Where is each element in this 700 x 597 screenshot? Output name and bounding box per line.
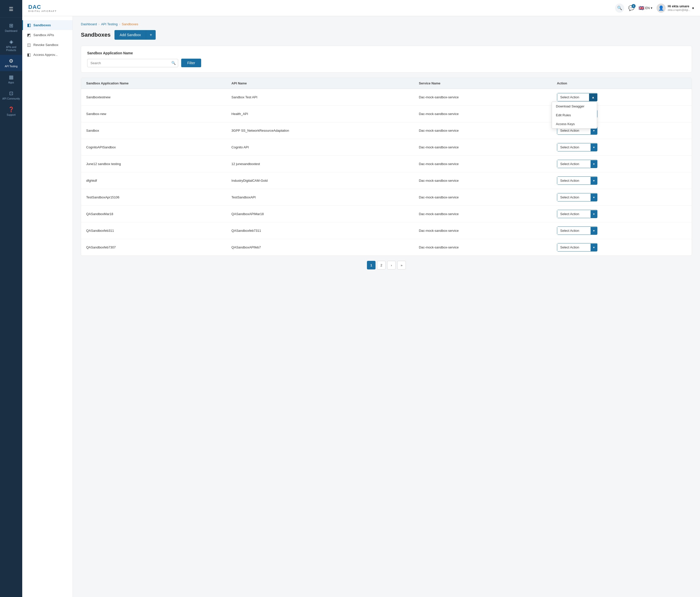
add-sandbox-button[interactable]: Add Sandbox <box>115 30 146 40</box>
user-menu[interactable]: 👤 Hi ekta umare ekta.u+apim@digi... ▾ <box>656 3 694 13</box>
filter-section: Sandbox Application Name 🔍 Filter <box>81 46 692 73</box>
api-community-label: API Community <box>2 97 20 100</box>
select-action-arrow-5[interactable]: ▾ <box>591 160 597 168</box>
select-action-arrow-4[interactable]: ▾ <box>591 144 597 151</box>
select-action-label-5[interactable]: Select Action <box>557 160 591 168</box>
select-action-arrow-8[interactable]: ▾ <box>591 210 597 218</box>
select-action-btn-6: Select Action ▾ <box>557 176 597 185</box>
logo-subtext: DIGITAL APICRAFT <box>28 10 57 13</box>
select-action-arrow-9[interactable]: ▾ <box>591 227 597 234</box>
select-action-arrow-10[interactable]: ▾ <box>591 244 597 251</box>
apps-icon: ▦ <box>9 74 14 80</box>
breadcrumb-sep-2: › <box>119 22 120 26</box>
header-logo: DAC DIGITAL APICRAFT <box>28 4 57 13</box>
table-container: Sandbox Application Name API Name Servic… <box>81 78 692 256</box>
table-row: Sandbox-new Health_API Dac-mock-sandbox-… <box>81 106 692 122</box>
cell-service-name: Dac-mock-sandbox-service <box>414 139 552 156</box>
page-btn-2[interactable]: 2 <box>377 261 385 269</box>
cell-action: Select Action ▾ <box>552 172 692 189</box>
sidebar-item-sandboxes[interactable]: ◧ Sandboxes <box>22 20 73 30</box>
select-action-label-9[interactable]: Select Action <box>557 227 591 234</box>
pagination: 1 2 › » <box>81 256 692 271</box>
notification-button[interactable]: 💬 8 <box>628 5 634 11</box>
cell-action: Select Action ▾ <box>552 206 692 222</box>
sidebar-item-apps[interactable]: ▦ Apps <box>0 71 22 87</box>
dashboard-label: Dashboard <box>5 30 18 33</box>
dropdown-item-edit-rules[interactable]: Edit Rules <box>552 111 597 120</box>
breadcrumb-current: Sandboxes <box>122 22 138 26</box>
left-navigation: ☰ ⊞ Dashboard ◈ APIs and Products ⚙ API … <box>0 0 22 597</box>
dropdown-item-download-swagger[interactable]: Download Swagger <box>552 102 597 111</box>
select-action-btn-7: Select Action ▾ <box>557 193 597 201</box>
api-testing-label: API Testing <box>5 65 18 68</box>
select-action-label-7[interactable]: Select Action <box>557 193 591 201</box>
table-row: June12 sandbox testing 12 junesandboxtes… <box>81 156 692 172</box>
table-row: QASandboxMar18 QASandboxAPIMar18 Dac-moc… <box>81 206 692 222</box>
sidebar-item-api-testing[interactable]: ⚙ API Testing <box>0 55 22 71</box>
sidebar-item-api-community[interactable]: ⊡ API Community <box>0 87 22 103</box>
cell-api-name: 12 junesandboxtest <box>226 156 414 172</box>
apps-label: Apps <box>8 81 14 84</box>
cell-sandbox-name: QASandboxMar18 <box>81 206 226 222</box>
cell-sandbox-name: June12 sandbox testing <box>81 156 226 172</box>
sandboxes-sidebar-label: Sandboxes <box>33 23 51 27</box>
sidebar-item-apis-products[interactable]: ◈ APIs and Products <box>0 35 22 55</box>
cell-service-name: Dac-mock-sandbox-service <box>414 239 552 256</box>
add-sandbox-plus-button[interactable]: + <box>146 30 155 40</box>
cell-service-name: Dac-mock-sandbox-service <box>414 206 552 222</box>
breadcrumb-dashboard[interactable]: Dashboard <box>81 22 97 26</box>
page-header: Sandboxes Add Sandbox + <box>81 30 692 40</box>
action-dropdown-1: Download SwaggerEdit RulesAccess Keys <box>552 102 597 129</box>
page-next-button[interactable]: › <box>387 261 396 269</box>
select-action-label-1[interactable]: Select Action <box>557 93 589 101</box>
select-action-label-10[interactable]: Select Action <box>557 243 591 251</box>
language-selector[interactable]: 🇬🇧 EN ▾ <box>639 5 652 11</box>
sandboxes-sidebar-icon: ◧ <box>27 23 31 28</box>
table-row: Sandbox 3GPP SS_NetworkResourceAdaptatio… <box>81 122 692 139</box>
search-input[interactable] <box>87 59 178 67</box>
table-row: dfghkdf IndustryDigitalCAM-Gold Dac-mock… <box>81 172 692 189</box>
cell-api-name: Health_API <box>226 106 414 122</box>
sandbox-apis-label: Sandbox APIs <box>33 33 54 37</box>
table-header-row: Sandbox Application Name API Name Servic… <box>81 78 692 89</box>
cell-service-name: Dac-mock-sandbox-service <box>414 89 552 106</box>
dropdown-item-access-keys[interactable]: Access Keys <box>552 120 597 128</box>
breadcrumb-sep-1: › <box>99 22 100 26</box>
select-action-arrow-7[interactable]: ▾ <box>591 194 597 201</box>
header-search-button[interactable]: 🔍 <box>615 3 624 13</box>
cell-action: Select Action ▾ <box>552 239 692 256</box>
cell-sandbox-name: Sandboxtestnew <box>81 89 226 106</box>
page-last-button[interactable]: » <box>397 261 406 269</box>
cell-service-name: Dac-mock-sandbox-service <box>414 122 552 139</box>
page-main: Dashboard › API Testing › Sandboxes Sand… <box>73 16 700 597</box>
breadcrumb-api-testing[interactable]: API Testing <box>101 22 118 26</box>
revoke-sandbox-icon: ◫ <box>27 43 31 47</box>
cell-service-name: Dac-mock-sandbox-service <box>414 172 552 189</box>
sidebar-item-sandbox-apis[interactable]: ◩ Sandbox APIs <box>22 30 73 40</box>
select-action-arrow-1[interactable]: ▲ <box>589 94 597 101</box>
sidebar-item-dashboard[interactable]: ⊞ Dashboard <box>0 20 22 35</box>
select-action-label-4[interactable]: Select Action <box>557 143 591 151</box>
sidebar-item-revoke-sandbox[interactable]: ◫ Revoke Sandbox <box>22 40 73 50</box>
select-action-label-6[interactable]: Select Action <box>557 177 591 184</box>
select-action-btn-9: Select Action ▾ <box>557 226 597 235</box>
api-community-icon: ⊡ <box>9 90 14 96</box>
filter-button[interactable]: Filter <box>181 59 201 67</box>
select-action-label-8[interactable]: Select Action <box>557 210 591 218</box>
logo-text: DAC <box>28 4 57 10</box>
cell-api-name: Sandbox Test API <box>226 89 414 106</box>
cell-sandbox-name: TestSandboxApr15106 <box>81 189 226 206</box>
language-label: EN <box>645 6 650 10</box>
hamburger-button[interactable]: ☰ <box>6 3 16 15</box>
sidebar-item-support[interactable]: ❓ Support <box>0 103 22 120</box>
sidebar-item-access-approvals[interactable]: ◧ Access Approv... <box>22 50 73 60</box>
hamburger-area: ☰ <box>0 0 22 18</box>
select-action-btn-5: Select Action ▾ <box>557 160 597 168</box>
select-action-arrow-6[interactable]: ▾ <box>591 177 597 184</box>
dashboard-icon: ⊞ <box>9 23 14 29</box>
access-approvals-label: Access Approv... <box>33 53 58 57</box>
user-avatar: 👤 <box>656 3 666 13</box>
page-btn-1[interactable]: 1 <box>367 261 376 269</box>
table-row: Sandboxtestnew Sandbox Test API Dac-mock… <box>81 89 692 106</box>
access-approvals-icon: ◧ <box>27 52 31 57</box>
